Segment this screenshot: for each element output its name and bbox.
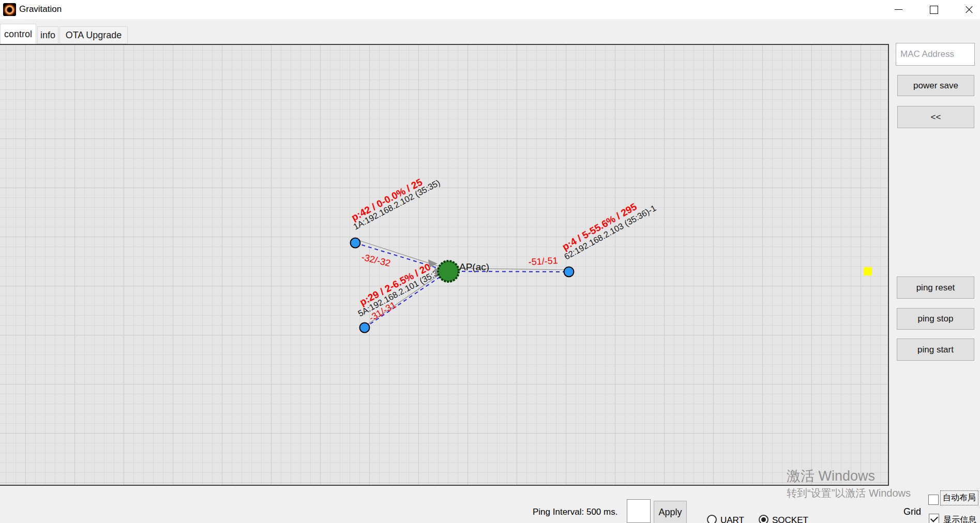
ping-reset-button[interactable]: ping reset <box>897 276 974 299</box>
tab-strip: control info OTA Upgrade <box>0 19 980 44</box>
link-c-addr-label: 62:192.168.2.103 (35:36)-1 <box>563 203 658 262</box>
grid-label: Grid <box>903 506 921 517</box>
minimize-button[interactable] <box>887 0 910 19</box>
station-node-5a[interactable] <box>360 323 370 333</box>
power-save-button[interactable]: power save <box>897 75 974 96</box>
title-bar: Gravitation <box>0 0 980 19</box>
tab-info[interactable]: info <box>37 26 58 44</box>
uart-radio[interactable] <box>707 515 717 523</box>
socket-radio-label: SOCKET <box>772 515 808 523</box>
ping-interval-label: Ping Interval: 500 ms. <box>533 507 617 517</box>
show-info-label[interactable]: 显示信息 <box>943 515 976 523</box>
maximize-button[interactable] <box>922 0 945 19</box>
uart-radio-label: UART <box>720 515 744 523</box>
apply-button[interactable]: Apply <box>654 501 687 523</box>
window-title: Gravitation <box>19 4 62 14</box>
show-info-checkbox[interactable] <box>929 514 939 523</box>
auto-layout-checkbox[interactable] <box>928 495 939 505</box>
link-c-rssi-label: -51/-51 <box>528 255 558 267</box>
maximize-icon <box>930 6 938 14</box>
tab-ota-upgrade[interactable]: OTA Upgrade <box>59 26 128 44</box>
ping-interval-input[interactable] <box>627 499 651 523</box>
ping-start-button[interactable]: ping start <box>897 339 974 361</box>
topology-canvas[interactable]: p:42 / 0-0.0% / 25 1A:192.168.2.102 (35:… <box>0 44 889 486</box>
windows-activation-watermark-line2: 转到“设置”以激活 Windows <box>787 486 911 500</box>
tab-control[interactable]: control <box>0 24 36 44</box>
ap-node-label: AP(ac) <box>459 262 489 272</box>
station-node-1a[interactable] <box>351 238 360 248</box>
link-a-rssi-label: -32/-32 <box>360 252 391 268</box>
collapse-panel-button[interactable]: << <box>897 106 974 128</box>
socket-radio[interactable] <box>759 515 768 523</box>
radio-selected-dot <box>761 517 766 522</box>
mac-address-input[interactable] <box>896 43 975 66</box>
close-icon <box>965 6 973 14</box>
checkmark-icon <box>930 514 938 522</box>
ap-node[interactable] <box>438 261 459 282</box>
station-node-62[interactable] <box>564 267 574 277</box>
yellow-marker[interactable] <box>864 267 872 275</box>
windows-activation-watermark-line1: 激活 Windows <box>787 467 875 485</box>
ping-stop-button[interactable]: ping stop <box>897 308 974 330</box>
app-icon <box>3 3 16 16</box>
link-a-addr-label: 1A:192.168.2.102 (35:35) <box>352 178 442 232</box>
minimize-icon <box>895 9 902 10</box>
close-button[interactable] <box>957 0 980 19</box>
auto-layout-label[interactable]: 自动布局 <box>940 490 978 505</box>
